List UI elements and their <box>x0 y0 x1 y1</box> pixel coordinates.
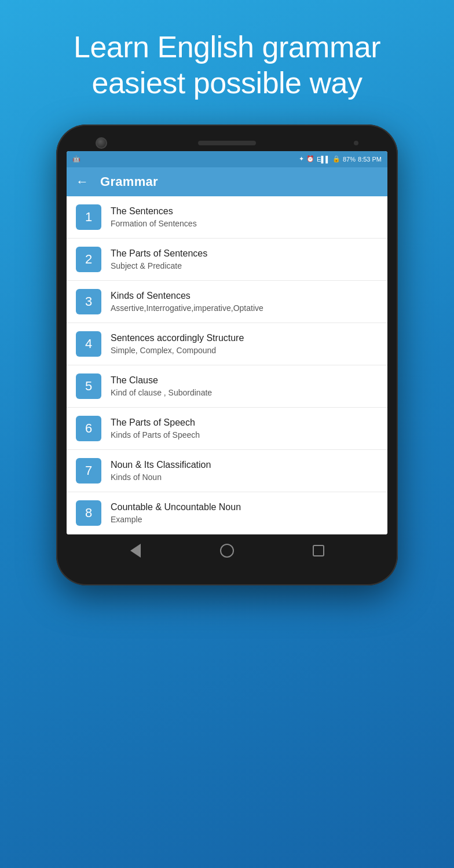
list-item[interactable]: 4 Sentences accordingly Structure Simple… <box>67 323 387 365</box>
item-number-6: 6 <box>76 416 101 441</box>
status-bar: 🤖 ✦ ⏰ E▌▌ 🔒 87% 8:53 PM <box>67 151 387 167</box>
clock: 8:53 PM <box>358 156 382 163</box>
recents-square-icon <box>313 545 324 556</box>
list-item[interactable]: 2 The Parts of Sentences Subject & Predi… <box>67 239 387 281</box>
item-title-8: Countable & Uncountable Noun <box>111 501 241 512</box>
signal-icon: E▌▌ <box>317 156 330 163</box>
home-circle-icon <box>220 544 234 558</box>
back-triangle-icon <box>130 544 141 558</box>
item-number-3: 3 <box>76 289 101 314</box>
item-title-5: The Clause <box>111 375 212 386</box>
bluetooth-icon: ✦ <box>299 155 304 163</box>
item-subtitle-5: Kind of clause , Subordinate <box>111 387 212 398</box>
battery-percent: 87% <box>343 156 356 163</box>
item-title-2: The Parts of Sentences <box>111 248 207 259</box>
item-text-1: The Sentences Formation of Sentences <box>111 206 197 229</box>
phone-screen: 🤖 ✦ ⏰ E▌▌ 🔒 87% 8:53 PM ← Grammar <box>67 151 387 534</box>
item-number-5: 5 <box>76 373 101 399</box>
list-item[interactable]: 5 The Clause Kind of clause , Subordinat… <box>67 365 387 408</box>
lock-icon: 🔒 <box>332 155 340 163</box>
list-item[interactable]: 3 Kinds of Sentences Assertive,Interroga… <box>67 281 387 323</box>
phone-speaker <box>198 141 256 145</box>
item-number-2: 2 <box>76 247 101 272</box>
phone-bottom-bar <box>67 534 387 562</box>
item-title-1: The Sentences <box>111 206 197 217</box>
phone-wrapper: 🤖 ✦ ⏰ E▌▌ 🔒 87% 8:53 PM ← Grammar <box>56 124 398 585</box>
item-subtitle-1: Formation of Sentences <box>111 218 197 229</box>
list-item[interactable]: 6 The Parts of Speech Kinds of Parts of … <box>67 408 387 450</box>
list-item[interactable]: 1 The Sentences Formation of Sentences <box>67 196 387 239</box>
alarm-icon: ⏰ <box>306 155 314 163</box>
item-text-3: Kinds of Sentences Assertive,Interrogati… <box>111 290 263 313</box>
item-subtitle-7: Kinds of Noun <box>111 472 211 482</box>
grammar-list: 1 The Sentences Formation of Sentences 2… <box>67 196 387 534</box>
item-title-6: The Parts of Speech <box>111 417 200 428</box>
android-icon: 🤖 <box>72 155 80 163</box>
item-subtitle-8: Example <box>111 514 241 525</box>
back-button[interactable]: ← <box>76 174 89 189</box>
item-number-7: 7 <box>76 458 101 484</box>
hero-section: Learn English grammar easiest possible w… <box>50 0 404 119</box>
nav-recents-button[interactable] <box>310 543 327 559</box>
status-right-info: ✦ ⏰ E▌▌ 🔒 87% 8:53 PM <box>299 155 382 163</box>
status-left-icons: 🤖 <box>72 155 82 163</box>
item-text-8: Countable & Uncountable Noun Example <box>111 501 241 525</box>
item-number-1: 1 <box>76 204 101 230</box>
item-subtitle-4: Simple, Complex, Compound <box>111 345 244 356</box>
item-text-6: The Parts of Speech Kinds of Parts of Sp… <box>111 417 200 440</box>
item-subtitle-3: Assertive,Interrogative,imperative,Optat… <box>111 303 263 313</box>
item-number-8: 8 <box>76 500 101 526</box>
app-title: Grammar <box>100 174 158 189</box>
item-text-5: The Clause Kind of clause , Subordinate <box>111 375 212 398</box>
list-item[interactable]: 8 Countable & Uncountable Noun Example <box>67 492 387 534</box>
item-subtitle-6: Kinds of Parts of Speech <box>111 430 200 440</box>
list-item[interactable]: 7 Noun & Its Classification Kinds of Nou… <box>67 450 387 492</box>
phone-top-bar <box>67 141 387 145</box>
nav-home-button[interactable] <box>219 543 235 559</box>
item-title-3: Kinds of Sentences <box>111 290 263 301</box>
item-title-4: Sentences accordingly Structure <box>111 332 244 343</box>
item-number-4: 4 <box>76 331 101 357</box>
item-title-7: Noun & Its Classification <box>111 459 211 470</box>
item-subtitle-2: Subject & Predicate <box>111 261 207 271</box>
nav-back-button[interactable] <box>127 543 144 559</box>
item-text-2: The Parts of Sentences Subject & Predica… <box>111 248 207 271</box>
hero-line2: easiest possible way <box>92 66 363 100</box>
phone-outer: 🤖 ✦ ⏰ E▌▌ 🔒 87% 8:53 PM ← Grammar <box>56 124 398 585</box>
hero-line1: Learn English grammar <box>74 30 380 64</box>
front-camera-icon <box>96 137 107 149</box>
sensor-dot <box>354 141 358 145</box>
item-text-4: Sentences accordingly Structure Simple, … <box>111 332 244 356</box>
app-header: ← Grammar <box>67 167 387 196</box>
item-text-7: Noun & Its Classification Kinds of Noun <box>111 459 211 482</box>
